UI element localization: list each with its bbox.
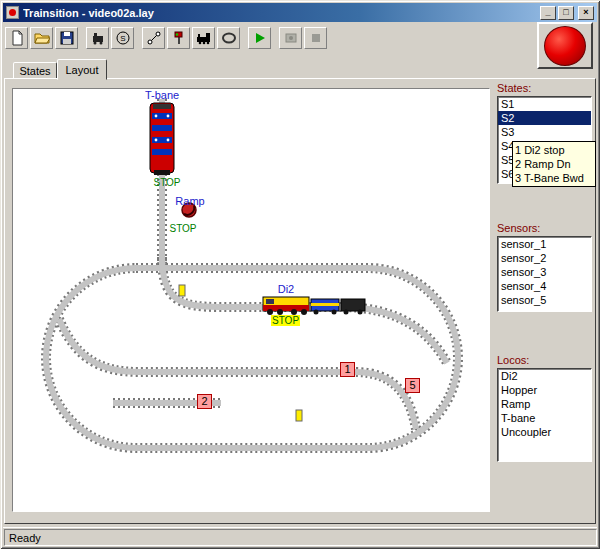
states-label: States: [497,82,592,94]
train-di2[interactable] [263,297,365,315]
sensors-list-item[interactable]: sensor_3 [498,265,591,279]
sensors-list-item[interactable]: sensor_2 [498,251,591,265]
track-marker-2[interactable]: 2 [197,394,212,409]
new-file-icon[interactable] [5,27,28,49]
states-list-item[interactable]: S3 [498,125,591,139]
sensors-label: Sensors: [497,222,592,234]
status-text: Ready [4,529,597,546]
locomotive-tool-icon[interactable] [86,27,109,49]
signal-marker[interactable] [296,410,302,421]
step-icon[interactable] [279,27,302,49]
sensors-listbox[interactable]: sensor_1 sensor_2 sensor_3 sensor_4 sens… [497,236,592,312]
tab-states[interactable]: States [13,62,57,79]
title-bar[interactable]: Trainsition - video02a.lay _ □ × [3,3,597,22]
layout-canvas[interactable]: T-bane STOP Ramp STOP Di2 STOP 1 2 5 [12,88,490,512]
sensors-list-item[interactable]: sensor_5 [498,293,591,307]
open-file-icon[interactable] [30,27,53,49]
application-window: { "window": { "title": "Trainsition - vi… [0,0,600,549]
state-tooltip: 1 Di2 stop 2 Ramp Dn 3 T-Bane Bwd [512,141,596,187]
tooltip-line: 1 Di2 stop [515,143,593,157]
minimize-button[interactable]: _ [540,6,556,20]
signal-tool-icon[interactable] [167,27,190,49]
track-marker-1[interactable]: 1 [340,362,355,377]
svg-text:S: S [120,34,125,43]
locos-label: Locos: [497,354,592,366]
train-tbane[interactable] [150,103,174,175]
save-file-icon[interactable] [55,27,78,49]
track-drawing [13,89,490,512]
locos-listbox[interactable]: Di2 Hopper Ramp T-bane Uncoupler [497,368,592,462]
signal-marker[interactable] [179,285,185,296]
locos-list-item[interactable]: T-bane [498,411,591,425]
sensors-list-item[interactable]: sensor_4 [498,279,591,293]
locos-list-item[interactable]: Di2 [498,369,591,383]
run-icon[interactable] [248,27,271,49]
locos-list-item[interactable]: Hopper [498,383,591,397]
sensors-list-item[interactable]: sensor_1 [498,237,591,251]
emergency-panel [537,22,593,69]
track-rails [46,99,458,448]
ramp-stop-sign[interactable] [182,203,196,217]
stop-icon[interactable] [304,27,327,49]
states-list-item[interactable]: S2 [498,111,591,125]
status-bar: Ready [3,527,597,546]
sensor-tool-icon[interactable]: S [111,27,134,49]
locos-list-item[interactable]: Ramp [498,397,591,411]
close-button[interactable]: × [578,6,594,20]
tooltip-line: 2 Ramp Dn [515,157,593,171]
train-tool-icon[interactable] [192,27,215,49]
states-list-item[interactable]: S1 [498,97,591,111]
window-title: Trainsition - video02a.lay [23,7,538,19]
locos-list-item[interactable]: Uncoupler [498,425,591,439]
toolbar: S [5,25,329,51]
track-tool-icon[interactable] [142,27,165,49]
track-marker-5[interactable]: 5 [405,378,420,393]
app-icon [6,6,19,19]
tunnel-tool-icon[interactable] [217,27,240,49]
tooltip-line: 3 T-Bane Bwd [515,171,593,185]
tab-layout[interactable]: Layout [57,59,107,80]
maximize-button[interactable]: □ [558,6,574,20]
emergency-stop-button[interactable] [544,26,586,66]
